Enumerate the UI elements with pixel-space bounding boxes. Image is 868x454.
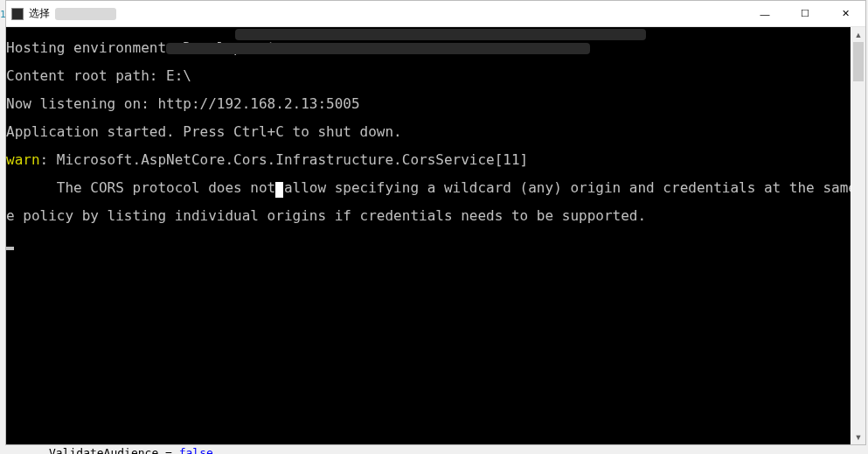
- console-window: 选择 — ☐ ✕ Hosting environment: Developmen…: [5, 0, 866, 445]
- warn-label: warn: [6, 151, 40, 168]
- editor-peek-line: ValidateAudience = false,: [49, 446, 220, 454]
- code-tail: ,: [213, 446, 220, 454]
- scroll-up-button[interactable]: ▲: [851, 27, 865, 42]
- output-line: e policy by listing individual origins i…: [6, 209, 851, 223]
- text-cursor: [6, 247, 14, 250]
- titlebar-left: 选择: [6, 6, 745, 21]
- client-area: Hosting environment: Development Content…: [6, 27, 865, 444]
- code-keyword: false: [179, 446, 213, 454]
- code-identifier: ValidateAudience: [49, 446, 158, 454]
- minimize-button[interactable]: —: [745, 1, 785, 26]
- vertical-scrollbar[interactable]: ▲ ▼: [851, 27, 865, 444]
- window-controls: — ☐ ✕: [745, 1, 865, 26]
- output-line: [6, 237, 851, 251]
- output-line: warn: Microsoft.AspNetCore.Cors.Infrastr…: [6, 153, 851, 167]
- code-operator: =: [158, 446, 178, 454]
- output-line: Application started. Press Ctrl+C to shu…: [6, 125, 851, 139]
- terminal-output[interactable]: Hosting environment: Development Content…: [6, 27, 851, 444]
- obscured-region: [235, 29, 646, 40]
- title-obscured: [55, 8, 116, 20]
- scroll-down-button[interactable]: ▼: [851, 430, 865, 444]
- close-button[interactable]: ✕: [825, 1, 865, 26]
- scroll-track[interactable]: [851, 42, 865, 430]
- obscured-region: [166, 43, 590, 54]
- selection-caret: [275, 182, 283, 198]
- output-line: The CORS protocol does not allow specify…: [6, 181, 851, 195]
- scroll-thumb[interactable]: [853, 42, 864, 81]
- app-icon: [11, 8, 24, 20]
- output-line: Content root path: E:\: [6, 69, 851, 83]
- output-line: Now listening on: http://192.168.2.13:50…: [6, 97, 851, 111]
- titlebar[interactable]: 选择 — ☐ ✕: [6, 1, 865, 27]
- window-title: 选择: [29, 6, 50, 21]
- maximize-button[interactable]: ☐: [785, 1, 825, 26]
- output-text: : Microsoft.AspNetCore.Cors.Infrastructu…: [40, 151, 529, 168]
